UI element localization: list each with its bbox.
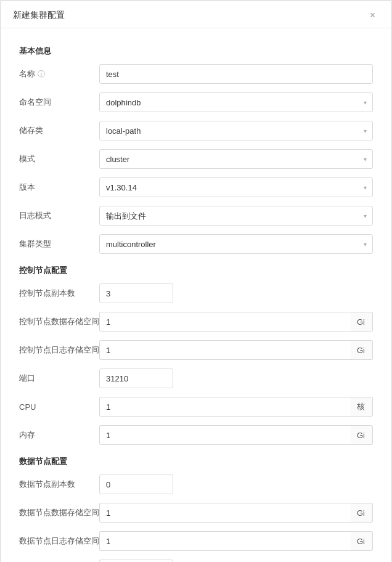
label-controller-replicas: 控制节点副本数	[19, 288, 99, 299]
select-log-mode-wrapper: 输出到文件 ▾	[99, 206, 373, 226]
field-version: 版本 v1.30.14 ▾	[19, 177, 373, 197]
label-controller-data-storage: 控制节点数据存储空间	[19, 316, 99, 327]
unit-controller-data-storage: Gi	[351, 312, 373, 332]
label-controller-memory: 内存	[19, 430, 99, 441]
field-cluster-type: 集群类型 multicontroller ▾ 高可用集群	[19, 234, 373, 254]
field-datanode-log-storage: 数据节点日志存储空间 Gi	[19, 531, 373, 551]
input-datanode-log-storage[interactable]	[99, 531, 351, 551]
label-datanode-log-storage: 数据节点日志存储空间	[19, 536, 99, 547]
label-datanode-data-storage: 数据节点数据存储空间	[19, 507, 99, 518]
field-controller-data-storage: 控制节点数据存储空间 Gi	[19, 312, 373, 332]
input-controller-data-storage[interactable]	[99, 312, 351, 332]
dialog-body: 基本信息 名称 ⓘ 集群名称 命名空间 dolphindb ▾ 储存类 loca…	[1, 28, 391, 562]
input-controller-log-storage[interactable]	[99, 340, 351, 360]
label-controller-log-storage: 控制节点日志存储空间	[19, 344, 99, 356]
label-log-mode: 日志模式	[19, 210, 99, 221]
unit-datanode-log-storage: Gi	[351, 531, 373, 551]
select-namespace-wrapper: dolphindb ▾	[99, 92, 373, 112]
field-storage: 储存类 local-path ▾ 存储空间	[19, 121, 373, 140]
label-controller-port: 端口	[19, 373, 99, 384]
input-controller-memory[interactable]	[99, 425, 351, 445]
select-mode[interactable]: cluster	[99, 149, 373, 169]
section-datanode: 数据节点配置	[19, 456, 373, 467]
dialog-title: 新建集群配置	[13, 10, 65, 21]
select-mode-wrapper: cluster ▾	[99, 149, 373, 169]
select-log-mode[interactable]: 输出到文件	[99, 206, 373, 226]
select-cluster-type[interactable]: multicontroller	[99, 234, 373, 254]
field-controller-replicas: 控制节点副本数 控制节点个数	[19, 283, 373, 303]
field-controller-port: 端口 容器的port	[19, 369, 373, 388]
dialog-header: 新建集群配置 ×	[1, 1, 391, 28]
unit-controller-cpu: 核	[351, 397, 373, 417]
select-storage[interactable]: local-path	[99, 121, 373, 140]
field-datanode-port: 端口	[19, 560, 373, 562]
input-group-controller-log-storage: Gi	[99, 340, 373, 360]
label-namespace: 命名空间	[19, 97, 99, 108]
field-datanode-replicas: 数据节点副本数 数据节点个数	[19, 474, 373, 494]
field-namespace: 命名空间 dolphindb ▾	[19, 92, 373, 112]
input-datanode-data-storage[interactable]	[99, 503, 351, 523]
label-cluster-type: 集群类型	[19, 238, 99, 250]
input-controller-replicas[interactable]	[99, 283, 173, 303]
input-group-controller-data-storage: Gi	[99, 312, 373, 332]
field-name: 名称 ⓘ 集群名称	[19, 64, 373, 84]
input-controller-port[interactable]	[99, 369, 173, 388]
field-mode: 模式 cluster ▾	[19, 149, 373, 169]
input-group-datanode-data-storage: Gi	[99, 503, 373, 523]
label-mode: 模式	[19, 153, 99, 165]
input-group-controller-cpu: 核	[99, 397, 373, 417]
select-version[interactable]: v1.30.14	[99, 177, 373, 197]
input-datanode-port[interactable]	[99, 560, 173, 562]
select-cluster-type-wrapper: multicontroller ▾	[99, 234, 373, 254]
select-storage-wrapper: local-path ▾	[99, 121, 373, 140]
input-controller-cpu[interactable]	[99, 397, 351, 417]
field-log-mode: 日志模式 输出到文件 ▾	[19, 206, 373, 226]
close-button[interactable]: ×	[366, 9, 379, 22]
input-name[interactable]	[99, 64, 373, 84]
unit-controller-memory: Gi	[351, 425, 373, 445]
field-datanode-data-storage: 数据节点数据存储空间 Gi	[19, 503, 373, 523]
input-group-datanode-log-storage: Gi	[99, 531, 373, 551]
label-name: 名称 ⓘ	[19, 68, 99, 79]
select-namespace[interactable]: dolphindb	[99, 92, 373, 112]
select-version-wrapper: v1.30.14 ▾	[99, 177, 373, 197]
label-version: 版本	[19, 182, 99, 193]
label-controller-cpu: CPU	[19, 402, 99, 412]
section-basic-info: 基本信息	[19, 46, 373, 57]
label-datanode-replicas: 数据节点副本数	[19, 479, 99, 490]
dialog: 新建集群配置 × 基本信息 名称 ⓘ 集群名称 命名空间 dolphindb ▾…	[0, 0, 392, 562]
label-storage: 储存类	[19, 125, 99, 136]
info-icon[interactable]: ⓘ	[38, 69, 45, 79]
unit-controller-log-storage: Gi	[351, 340, 373, 360]
field-controller-memory: 内存 Gi	[19, 425, 373, 445]
section-controller: 控制节点配置	[19, 265, 373, 276]
field-controller-cpu: CPU 核 pod申请资源	[19, 397, 373, 417]
input-group-controller-memory: Gi	[99, 425, 373, 445]
unit-datanode-data-storage: Gi	[351, 503, 373, 523]
input-datanode-replicas[interactable]	[99, 474, 173, 494]
field-controller-log-storage: 控制节点日志存储空间 Gi	[19, 340, 373, 360]
